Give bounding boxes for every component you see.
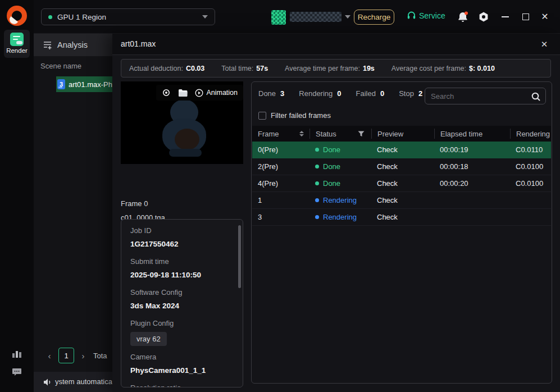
status-dot-icon bbox=[315, 148, 319, 152]
status-dot-icon bbox=[315, 198, 319, 202]
frame-cell: 3 bbox=[252, 213, 309, 221]
status-cell: Rendering bbox=[309, 213, 371, 221]
statistics-icon[interactable] bbox=[12, 348, 22, 358]
frame-cell: 0(Pre) bbox=[252, 145, 309, 154]
column-preview: Preview bbox=[371, 129, 434, 139]
status-cell: Done bbox=[309, 162, 371, 171]
column-status[interactable]: Status bbox=[309, 129, 371, 139]
bell-icon bbox=[457, 11, 469, 23]
folder-icon[interactable] bbox=[178, 89, 188, 97]
filter-funnel-icon[interactable] bbox=[358, 131, 365, 137]
elapsed-cell: 00:00:18 bbox=[434, 162, 510, 171]
elapsed-cell: 00:00:19 bbox=[434, 145, 510, 154]
top-bar: GPU 1 Region Recharge Service ✕ bbox=[34, 0, 560, 34]
table-row[interactable]: 4(Pre) Done Check 00:00:20 C0.0100 bbox=[252, 175, 551, 192]
preview-cell: Check bbox=[371, 213, 434, 221]
pagination-total-label: Tota bbox=[93, 352, 107, 360]
status-dot-icon bbox=[315, 215, 319, 219]
column-rendering-expense: Rendering e bbox=[510, 129, 551, 139]
headset-icon bbox=[407, 11, 416, 20]
table-row[interactable]: 2(Pre) Done Check 00:00:18 C0.0100 bbox=[252, 158, 551, 175]
notifications-button[interactable] bbox=[457, 11, 469, 23]
frame-number-label: Frame 0 bbox=[121, 199, 148, 208]
stat-avg-cost: Average cost per frame:$: 0.010 bbox=[391, 65, 495, 72]
username-redacted[interactable] bbox=[290, 12, 342, 22]
status-cell: Done bbox=[309, 145, 371, 154]
app-logo-icon bbox=[7, 6, 27, 26]
notification-dot-icon bbox=[465, 12, 468, 15]
status-dot-icon bbox=[315, 165, 319, 168]
user-menu-caret-icon[interactable] bbox=[345, 15, 350, 19]
status-counts: Done3 Rendering0 Failed0 Stop2 bbox=[258, 89, 422, 98]
dropdown-caret-icon bbox=[202, 15, 208, 19]
job-detail-panel: art01.max ✕ Actual deduction:C0.03 Total… bbox=[112, 34, 560, 392]
count-failed: Failed0 bbox=[356, 89, 385, 98]
prev-page-button[interactable]: ‹ bbox=[44, 351, 55, 361]
chat-icon[interactable] bbox=[12, 367, 22, 377]
render-doc-icon bbox=[10, 33, 24, 46]
animation-label: Animation bbox=[206, 89, 238, 97]
settings-button[interactable] bbox=[477, 11, 490, 23]
job-info-jobid: Job ID1G217550462 bbox=[130, 226, 234, 249]
tab-analysis[interactable]: Analysis bbox=[34, 34, 112, 56]
stat-actual-deduction: Actual deduction:C0.03 bbox=[129, 65, 204, 72]
table-row[interactable]: 3 Rendering Check bbox=[252, 209, 551, 226]
preview-cell: Check bbox=[371, 196, 434, 204]
region-selector-value: GPU 1 Region bbox=[57, 13, 202, 21]
table-header: Frame Status Preview Elapsed time Render… bbox=[252, 126, 551, 142]
maximize-button[interactable] bbox=[520, 11, 531, 22]
scene-list-item-selected[interactable]: 3 art01.max-Ph bbox=[56, 76, 112, 92]
gear-icon bbox=[477, 11, 490, 23]
job-info-panel: Job ID1G217550462 Submit time2025-09-18 … bbox=[121, 219, 243, 388]
detail-close-button[interactable]: ✕ bbox=[538, 38, 550, 51]
stat-total-time: Total time:57s bbox=[221, 65, 268, 72]
column-frame[interactable]: Frame bbox=[252, 129, 309, 139]
search-icon[interactable] bbox=[531, 92, 541, 102]
table-row[interactable]: 1 Rendering Check bbox=[252, 192, 551, 209]
check-link[interactable]: Check bbox=[377, 145, 398, 154]
sidebar-item-render[interactable]: Render bbox=[4, 30, 30, 58]
check-link[interactable]: Check bbox=[377, 162, 398, 171]
job-stats-bar: Actual deduction:C0.03 Total time:57s Av… bbox=[121, 59, 551, 78]
frame-cell: 4(Pre) bbox=[252, 179, 309, 188]
check-link[interactable]: Check bbox=[377, 213, 398, 221]
service-button[interactable]: Service bbox=[407, 11, 445, 20]
search-input[interactable] bbox=[425, 88, 545, 104]
minimize-button[interactable] bbox=[499, 11, 511, 22]
cost-cell: C0.0100 bbox=[510, 179, 551, 188]
app-window: Render GPU 1 Region Recharge Service bbox=[0, 0, 560, 392]
scene-list-header: Scene name bbox=[40, 62, 81, 70]
status-cell: Done bbox=[309, 179, 371, 188]
recharge-button[interactable]: Recharge bbox=[354, 10, 394, 25]
current-page-box[interactable]: 1 bbox=[58, 348, 74, 363]
animation-button[interactable]: Animation bbox=[195, 89, 238, 97]
frames-table: Frame Status Preview Elapsed time Render… bbox=[252, 126, 551, 382]
filter-failed-row[interactable]: Filter failed frames bbox=[258, 111, 331, 120]
render-label: Render bbox=[4, 47, 30, 54]
check-link[interactable]: Check bbox=[377, 196, 398, 204]
close-icon: ✕ bbox=[541, 39, 548, 49]
next-page-button[interactable]: › bbox=[78, 351, 89, 361]
filter-checkbox[interactable] bbox=[258, 112, 266, 120]
column-elapsed: Elapsed time bbox=[434, 129, 510, 139]
play-circle-icon bbox=[195, 89, 203, 97]
collapse-list-icon[interactable] bbox=[43, 40, 53, 50]
filter-label: Filter failed frames bbox=[271, 111, 331, 120]
left-rail: Render bbox=[0, 0, 34, 392]
job-info-plugin: Plugin Configvray 62 bbox=[130, 319, 234, 353]
status-cell: Rendering bbox=[309, 196, 371, 204]
preview-toolbar: Animation bbox=[156, 85, 243, 101]
table-row[interactable]: 0(Pre) Done Check 00:00:19 C0.0110 bbox=[252, 142, 551, 158]
job-info-resolution: Resolution ratio bbox=[130, 384, 234, 388]
window-close-button[interactable]: ✕ bbox=[539, 11, 550, 22]
user-avatar[interactable] bbox=[271, 10, 286, 25]
region-selector[interactable]: GPU 1 Region bbox=[41, 8, 215, 25]
scrollbar-thumb[interactable] bbox=[238, 225, 241, 288]
sort-icon[interactable] bbox=[299, 131, 304, 136]
locate-icon[interactable] bbox=[162, 88, 171, 97]
frame-preview-image[interactable]: Animation bbox=[121, 81, 243, 164]
scene-item-label: art01.max-Ph bbox=[69, 80, 112, 89]
stat-avg-time: Average time per frame:19s bbox=[285, 65, 375, 72]
search-box bbox=[425, 88, 546, 104]
check-link[interactable]: Check bbox=[377, 179, 398, 188]
